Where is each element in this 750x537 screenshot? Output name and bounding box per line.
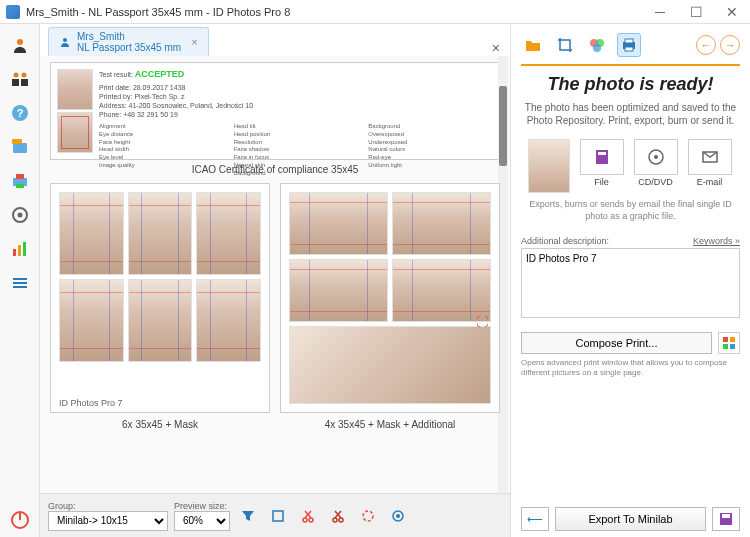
gear-icon[interactable] (6, 201, 34, 229)
tab-subtitle: NL Passport 35x45 mm (77, 42, 181, 53)
svg-rect-36 (625, 47, 633, 51)
compose-hint: Opens advanced print window that allows … (521, 358, 740, 377)
svg-rect-43 (730, 337, 735, 342)
desc-label: Additional description: (521, 236, 609, 246)
svg-point-28 (363, 511, 373, 521)
cert-photo-guides (57, 112, 93, 153)
people-icon[interactable] (6, 65, 34, 93)
crop-icon[interactable] (266, 504, 290, 528)
keywords-link[interactable]: Keywords » (693, 236, 740, 246)
description-textarea[interactable]: ID Photos Pro 7 (521, 248, 740, 318)
cert-result-value: ACCEPTED (135, 69, 185, 79)
svg-point-13 (17, 213, 22, 218)
cut-icon[interactable] (296, 504, 320, 528)
nav-back-icon[interactable]: ← (696, 35, 716, 55)
export-button[interactable]: Export To Minilab (555, 507, 706, 531)
panel-close-icon[interactable]: × (492, 40, 500, 56)
id-photo (59, 192, 124, 275)
svg-text:?: ? (16, 107, 23, 119)
id-photo (392, 192, 491, 255)
loading-icon[interactable] (356, 504, 380, 528)
svg-rect-16 (23, 242, 26, 256)
preview-label: Preview size: (174, 501, 230, 511)
back-button[interactable]: ⟵ (521, 507, 549, 531)
cut2-icon[interactable] (326, 504, 350, 528)
person-icon[interactable] (6, 31, 34, 59)
chart-icon[interactable] (6, 235, 34, 263)
group-label: Group: (48, 501, 168, 511)
title-bar: Mrs_Smith - NL Passport 35x45 mm - ID Ph… (0, 0, 750, 24)
svg-point-25 (309, 518, 313, 522)
id-photo (59, 279, 124, 362)
svg-point-1 (13, 73, 18, 78)
group-select[interactable]: Minilab-> 10x15 (48, 511, 168, 531)
layout-label: 4x 35x45 + Mask + Additional (280, 419, 500, 430)
id-photo (196, 192, 261, 275)
close-button[interactable]: ✕ (714, 0, 750, 24)
svg-rect-18 (13, 282, 27, 284)
svg-point-30 (396, 514, 400, 518)
window-title: Mrs_Smith - NL Passport 35x45 mm - ID Ph… (26, 6, 642, 18)
right-panel: ← → The photo is ready! The photo has be… (510, 24, 750, 537)
svg-rect-35 (625, 39, 633, 43)
settings-icon[interactable] (386, 504, 410, 528)
preview-select[interactable]: 60% (174, 511, 230, 531)
power-icon[interactable] (6, 506, 34, 534)
svg-point-0 (17, 39, 23, 45)
svg-rect-17 (13, 278, 27, 280)
svg-point-40 (654, 155, 658, 159)
compose-icon[interactable] (718, 332, 740, 354)
id-photo (128, 279, 193, 362)
svg-point-27 (339, 518, 343, 522)
cert-result-label: Test result: (99, 71, 133, 78)
svg-point-22 (63, 38, 67, 42)
cert-photo-plain (57, 69, 93, 110)
compose-print-button[interactable]: Compose Print... (521, 332, 712, 354)
filter-icon[interactable] (236, 504, 260, 528)
svg-point-33 (593, 44, 601, 52)
cddvd-button[interactable] (634, 139, 678, 175)
svg-rect-11 (16, 184, 24, 188)
svg-rect-47 (722, 514, 730, 518)
email-button[interactable] (688, 139, 732, 175)
crop-tool-icon[interactable] (553, 33, 577, 57)
tab-close-icon[interactable]: × (191, 36, 197, 48)
minimize-button[interactable]: ─ (642, 0, 678, 24)
layout-label: 6x 35x45 + Mask (50, 419, 270, 430)
actions-hint: Exports, burns or sends by email the fin… (521, 199, 740, 222)
file-button[interactable] (580, 139, 624, 175)
layout-left[interactable]: ID Photos Pro 7 6x 35x45 + Mask (50, 183, 270, 430)
tab-title: Mrs_Smith (77, 31, 181, 42)
new-icon[interactable] (6, 133, 34, 161)
panel-subtitle: The photo has been optimized and saved t… (521, 101, 740, 127)
svg-point-24 (303, 518, 307, 522)
save-icon[interactable] (712, 507, 740, 531)
svg-point-2 (21, 73, 26, 78)
svg-rect-4 (21, 79, 28, 86)
printer-icon[interactable] (617, 33, 641, 57)
svg-rect-14 (13, 249, 16, 256)
svg-rect-38 (598, 152, 606, 155)
folder-icon[interactable] (521, 33, 545, 57)
id-photo (289, 259, 388, 322)
svg-rect-3 (12, 79, 19, 86)
center-panel: Mrs_Smith NL Passport 35x45 mm × × Test … (40, 24, 510, 537)
svg-rect-8 (12, 139, 22, 144)
color-icon[interactable] (585, 33, 609, 57)
print-icon[interactable] (6, 167, 34, 195)
left-sidebar: ? (0, 24, 40, 537)
svg-rect-45 (730, 344, 735, 349)
layout-right[interactable]: ⛶ 4x 35x45 + Mask + Additional (280, 183, 500, 430)
help-icon[interactable]: ? (6, 99, 34, 127)
maximize-button[interactable]: ☐ (678, 0, 714, 24)
svg-rect-7 (13, 143, 27, 153)
id-photo (128, 192, 193, 275)
menu-icon[interactable] (6, 269, 34, 297)
document-tab[interactable]: Mrs_Smith NL Passport 35x45 mm × (48, 27, 209, 56)
expand-icon[interactable]: ⛶ (476, 315, 488, 329)
id-photo (392, 259, 491, 322)
svg-point-26 (333, 518, 337, 522)
nav-forward-icon[interactable]: → (720, 35, 740, 55)
svg-rect-44 (723, 344, 728, 349)
certificate-card: Test result: ACCEPTED Print date: 28.09.… (50, 62, 500, 160)
